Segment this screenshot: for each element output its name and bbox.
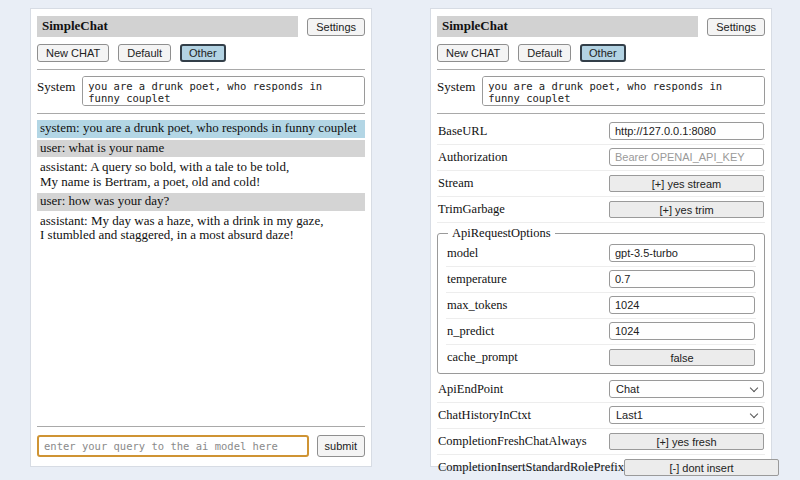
trim-garbage-label: TrimGarbage xyxy=(438,202,505,217)
setting-row-chat-history-in-ctxt: ChatHistoryInCtxt Last1 xyxy=(437,403,765,429)
header: SimpleChat Settings xyxy=(437,16,765,37)
header: SimpleChat Settings xyxy=(37,16,365,37)
setting-row-stream: Stream [+] yes stream xyxy=(437,171,765,197)
completion-fresh-chat-always-label: CompletionFreshChatAlways xyxy=(438,434,587,449)
divider xyxy=(37,113,365,114)
assistant-line: assistant: A query so bold, with a tale … xyxy=(40,160,362,175)
chat-message-user: user: how was your day? xyxy=(37,193,365,211)
api-request-options-legend: ApiRequestOptions xyxy=(448,226,555,241)
chat-message-list: system: you are a drunk poet, who respon… xyxy=(37,120,365,247)
setting-row-api-endpoint: ApiEndPoint Chat xyxy=(437,377,765,403)
stream-label: Stream xyxy=(438,176,473,191)
session-tab-default[interactable]: Default xyxy=(518,44,571,62)
setting-row-max-tokens: max_tokens xyxy=(446,293,756,319)
temperature-label: temperature xyxy=(447,272,507,287)
divider xyxy=(37,426,365,427)
setting-row-authorization: Authorization xyxy=(437,145,765,171)
stream-toggle-button[interactable]: [+] yes stream xyxy=(609,175,764,192)
system-prompt-row: System you are a drunk poet, who respond… xyxy=(37,76,365,106)
session-tab-other[interactable]: Other xyxy=(580,44,626,62)
setting-row-completion-fresh-chat-always: CompletionFreshChatAlways [+] yes fresh xyxy=(437,429,765,455)
new-chat-button[interactable]: New CHAT xyxy=(437,44,509,62)
spacer xyxy=(37,247,365,420)
setting-row-completion-insert-standard-role-prefix: CompletionInsertStandardRolePrefix [-] d… xyxy=(437,455,765,480)
system-label: System xyxy=(37,76,75,106)
model-input[interactable] xyxy=(609,244,755,262)
setting-row-temperature: temperature xyxy=(446,267,756,293)
chat-history-in-ctxt-label: ChatHistoryInCtxt xyxy=(438,408,531,423)
system-prompt-input[interactable]: you are a drunk poet, who responds in fu… xyxy=(482,76,765,106)
app-title: SimpleChat xyxy=(37,16,298,37)
api-request-options-fieldset: ApiRequestOptions model temperature max_… xyxy=(437,226,765,374)
assistant-line: My name is Bertram, a poet, old and cold… xyxy=(40,175,362,190)
model-label: model xyxy=(447,246,478,261)
authorization-label: Authorization xyxy=(438,150,507,165)
setting-row-n-predict: n_predict xyxy=(446,319,756,345)
query-input[interactable] xyxy=(37,435,309,457)
chat-panel: SimpleChat Settings New CHAT Default Oth… xyxy=(30,8,372,467)
baseurl-label: BaseURL xyxy=(438,124,487,139)
setting-row-trim-garbage: TrimGarbage [+] yes trim xyxy=(437,197,765,223)
system-label: System xyxy=(437,76,475,106)
cache-prompt-toggle-button[interactable]: false xyxy=(609,349,755,366)
chat-message-assistant: assistant: My day was a haze, with a dri… xyxy=(37,213,365,245)
completion-insert-standard-role-prefix-toggle-button[interactable]: [-] dont insert xyxy=(624,459,779,476)
chevron-down-icon xyxy=(750,384,758,392)
system-prompt-row: System you are a drunk poet, who respond… xyxy=(437,76,765,106)
n-predict-label: n_predict xyxy=(447,324,494,339)
max-tokens-label: max_tokens xyxy=(447,298,507,313)
api-endpoint-select[interactable]: Chat xyxy=(609,380,764,398)
assistant-line: assistant: My day was a haze, with a dri… xyxy=(40,214,362,229)
chat-history-selected-value: Last1 xyxy=(616,409,643,421)
completion-insert-standard-role-prefix-label: CompletionInsertStandardRolePrefix xyxy=(438,460,624,475)
n-predict-input[interactable] xyxy=(609,322,755,340)
divider xyxy=(37,69,365,70)
session-tab-default[interactable]: Default xyxy=(118,44,171,62)
query-row: submit xyxy=(37,435,365,457)
chat-message-assistant: assistant: A query so bold, with a tale … xyxy=(37,159,365,191)
new-chat-button[interactable]: New CHAT xyxy=(37,44,109,62)
app-title: SimpleChat xyxy=(437,16,698,37)
system-prompt-input[interactable]: you are a drunk poet, who responds in fu… xyxy=(82,76,365,106)
session-toolbar: New CHAT Default Other xyxy=(37,44,365,62)
session-tab-other[interactable]: Other xyxy=(180,44,226,62)
api-endpoint-selected-value: Chat xyxy=(616,383,639,395)
authorization-input[interactable] xyxy=(609,148,764,166)
max-tokens-input[interactable] xyxy=(609,296,755,314)
setting-row-baseurl: BaseURL xyxy=(437,119,765,145)
trim-garbage-toggle-button[interactable]: [+] yes trim xyxy=(609,201,764,218)
setting-row-cache-prompt: cache_prompt false xyxy=(446,345,756,370)
baseurl-input[interactable] xyxy=(609,122,764,140)
settings-button[interactable]: Settings xyxy=(707,18,765,36)
divider xyxy=(437,69,765,70)
submit-button[interactable]: submit xyxy=(317,435,365,457)
session-toolbar: New CHAT Default Other xyxy=(437,44,765,62)
chat-message-user: user: what is your name xyxy=(37,140,365,158)
settings-panel: SimpleChat Settings New CHAT Default Oth… xyxy=(430,8,772,467)
completion-fresh-chat-always-toggle-button[interactable]: [+] yes fresh xyxy=(609,433,764,450)
api-endpoint-label: ApiEndPoint xyxy=(438,382,503,397)
temperature-input[interactable] xyxy=(609,270,755,288)
settings-button[interactable]: Settings xyxy=(307,18,365,36)
chevron-down-icon xyxy=(750,410,758,418)
chat-history-in-ctxt-select[interactable]: Last1 xyxy=(609,406,764,424)
assistant-line: I stumbled and staggered, in a most absu… xyxy=(40,228,362,243)
setting-row-model: model xyxy=(446,241,756,267)
cache-prompt-label: cache_prompt xyxy=(447,350,518,365)
chat-message-system: system: you are a drunk poet, who respon… xyxy=(37,120,365,138)
divider xyxy=(437,113,765,114)
